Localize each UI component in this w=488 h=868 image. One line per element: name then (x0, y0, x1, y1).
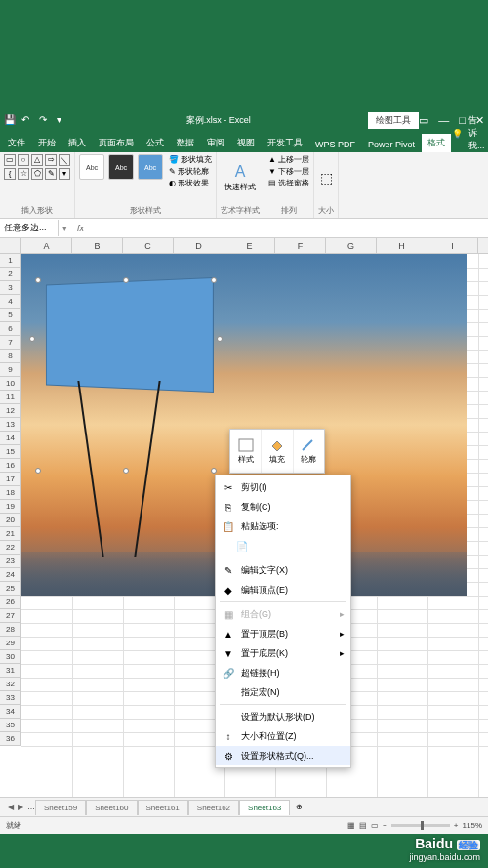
row-header[interactable]: 5 (0, 309, 21, 322)
shape-more-icon[interactable]: ▾ (59, 168, 70, 180)
selection-handle[interactable] (35, 468, 41, 474)
sheet-tab[interactable]: Sheet159 (35, 800, 86, 815)
tab-format[interactable]: 格式 (422, 134, 451, 152)
row-header[interactable]: 28 (0, 623, 21, 637)
name-box[interactable]: 任意多边... (0, 220, 59, 236)
zoom-in-icon[interactable]: + (454, 821, 459, 830)
view-layout-icon[interactable]: ▤ (359, 821, 367, 830)
row-header[interactable]: 34 (0, 705, 21, 719)
menu-size-position[interactable]: ↕大小和位置(Z) (216, 726, 350, 746)
menu-send-back[interactable]: ▼置于底层(K)▸ (216, 643, 350, 663)
row-header[interactable]: 11 (0, 391, 21, 404)
row-header[interactable]: 22 (0, 541, 21, 555)
bring-forward-button[interactable]: ▲上移一层 (268, 154, 309, 165)
row-header[interactable]: 16 (0, 459, 21, 473)
menu-edit-points[interactable]: ◆编辑顶点(E) (216, 580, 350, 599)
send-backward-button[interactable]: ▼下移一层 (268, 166, 309, 177)
shape-outline-button[interactable]: ✎形状轮廓 (169, 166, 212, 177)
sheet-more-icon[interactable]: … (27, 803, 35, 811)
row-header[interactable]: 23 (0, 555, 21, 568)
row-header[interactable]: 27 (0, 609, 21, 623)
tab-review[interactable]: 审阅 (201, 134, 230, 152)
col-header[interactable]: I (427, 238, 478, 253)
selection-handle[interactable] (123, 468, 129, 474)
row-header[interactable]: 32 (0, 678, 21, 691)
row-header[interactable]: 29 (0, 637, 21, 650)
col-header[interactable]: H (377, 238, 427, 253)
shape-gallery[interactable]: ▭ ○ △ ⇨ ＼ { ☆ ⬠ ✎ ▾ (4, 154, 70, 180)
zoom-slider[interactable] (391, 824, 450, 827)
tab-data[interactable]: 数据 (171, 134, 200, 152)
shape-fill-button[interactable]: 🪣形状填充 (169, 154, 212, 165)
row-header[interactable]: 33 (0, 691, 21, 705)
minimize-icon[interactable]: — (438, 114, 449, 127)
col-header[interactable]: B (72, 238, 123, 253)
row-header[interactable]: 9 (0, 363, 21, 377)
sheet-tab[interactable]: Sheet160 (86, 800, 137, 815)
tab-formula[interactable]: 公式 (141, 134, 170, 152)
col-header[interactable]: G (326, 238, 377, 253)
shape-free-icon[interactable]: ✎ (45, 168, 57, 180)
row-header[interactable]: 12 (0, 404, 21, 418)
row-header[interactable]: 19 (0, 500, 21, 514)
row-header[interactable]: 21 (0, 527, 21, 541)
tab-home[interactable]: 开始 (32, 134, 61, 152)
menu-copy[interactable]: ⎘复制(C) (216, 497, 350, 517)
sheet-nav[interactable]: ◀▶ (4, 803, 27, 811)
mini-style-button[interactable]: 样式 (230, 430, 262, 473)
selection-handle[interactable] (123, 277, 129, 283)
menu-format-shape[interactable]: ⚙设置形状格式(Q)... (216, 746, 350, 765)
menu-paste-option[interactable]: 📄 (216, 536, 350, 556)
row-header[interactable]: 35 (0, 719, 21, 732)
sheet-tab-active[interactable]: Sheet163 (239, 800, 290, 815)
row-header[interactable]: 1 (0, 254, 21, 268)
tell-me[interactable]: 告诉我... (468, 114, 485, 152)
col-header[interactable]: A (21, 238, 72, 253)
menu-default-shape[interactable]: 设置为默认形状(D) (216, 707, 350, 726)
selection-handle[interactable] (35, 277, 41, 283)
row-header[interactable]: 17 (0, 473, 21, 486)
style-preset-1[interactable]: Abc (79, 154, 104, 180)
selection-handle[interactable] (211, 277, 217, 283)
row-header[interactable]: 13 (0, 418, 21, 432)
col-header[interactable]: C (123, 238, 174, 253)
tab-file[interactable]: 文件 (2, 134, 31, 152)
selection-handle[interactable] (211, 468, 217, 474)
row-header[interactable]: 7 (0, 336, 21, 350)
zoom-out-icon[interactable]: − (383, 821, 387, 830)
shape-poly-icon[interactable]: ⬠ (31, 168, 43, 180)
row-header[interactable]: 18 (0, 486, 21, 500)
tab-view[interactable]: 视图 (231, 134, 261, 152)
shape-effects-button[interactable]: ◐形状效果 (169, 178, 212, 188)
view-normal-icon[interactable]: ▦ (347, 821, 355, 830)
fx-icon[interactable]: fx (71, 224, 90, 233)
selection-handle[interactable] (217, 336, 223, 342)
select-all-corner[interactable] (0, 238, 21, 253)
ribbon-options-icon[interactable]: ▭ (419, 114, 428, 127)
col-header[interactable]: D (174, 238, 224, 253)
menu-bring-front[interactable]: ▲置于顶层(B)▸ (216, 624, 350, 643)
selection-handle[interactable] (29, 336, 35, 342)
row-header[interactable]: 20 (0, 514, 21, 527)
selection-pane-button[interactable]: ▤选择窗格 (268, 178, 309, 188)
row-header[interactable]: 10 (0, 377, 21, 391)
row-header[interactable]: 6 (0, 322, 21, 336)
sheet-tab[interactable]: Sheet162 (188, 800, 239, 815)
row-header[interactable]: 3 (0, 281, 21, 295)
row-header[interactable]: 2 (0, 268, 21, 281)
undo-icon[interactable]: ↶ (21, 114, 33, 126)
row-header[interactable]: 15 (0, 445, 21, 459)
row-header[interactable]: 24 (0, 568, 21, 582)
mini-outline-button[interactable]: 轮廓 (294, 430, 324, 473)
save-icon[interactable]: 💾 (4, 114, 16, 126)
menu-hyperlink[interactable]: 🔗超链接(H) (216, 663, 350, 682)
row-header[interactable]: 31 (0, 664, 21, 678)
menu-edit-text[interactable]: ✎编辑文字(X) (216, 560, 350, 580)
mini-fill-button[interactable]: 填充 (262, 430, 293, 473)
shape-brace-icon[interactable]: { (4, 168, 16, 180)
shape-arrow-icon[interactable]: ⇨ (45, 154, 57, 166)
row-header[interactable]: 25 (0, 582, 21, 596)
style-preset-3[interactable]: Abc (138, 154, 163, 180)
freeform-shape[interactable] (46, 277, 214, 393)
row-header[interactable]: 26 (0, 596, 21, 609)
